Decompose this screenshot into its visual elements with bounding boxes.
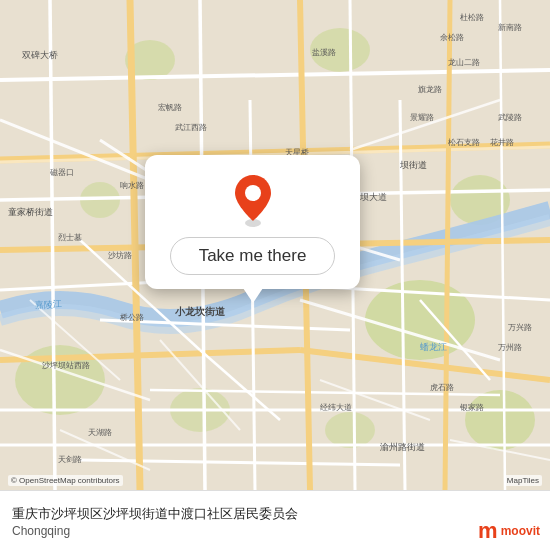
svg-text:万兴路: 万兴路 [508,323,532,332]
svg-text:银家路: 银家路 [459,403,484,412]
map-container[interactable]: 双碑大桥 武江西路 沙坪坝站西路 小龙坎街道 童家桥街道 沙坊路 汉渝路 沙中路… [0,0,550,490]
svg-text:虎石路: 虎石路 [430,383,454,392]
svg-text:嘉陵江: 嘉陵江 [35,299,62,310]
svg-text:天湖路: 天湖路 [88,428,112,437]
osm-attribution: © OpenStreetMap contributors [8,475,123,486]
svg-text:小龙坎街道: 小龙坎街道 [174,306,226,317]
svg-point-9 [325,412,375,448]
svg-text:天剑路: 天剑路 [58,455,82,464]
bottom-bar: 重庆市沙坪坝区沙坪坝街道中渡口社区居民委员会 Chongqing m moovi… [0,490,550,550]
take-me-there-button[interactable]: Take me there [170,237,336,275]
svg-point-4 [465,390,535,450]
location-city: Chongqing [12,524,538,538]
svg-text:旗龙路: 旗龙路 [418,85,442,94]
location-title: 重庆市沙坪坝区沙坪坝街道中渡口社区居民委员会 [12,505,442,523]
moovit-m-icon: m [478,520,498,542]
svg-text:龙山二路: 龙山二路 [448,58,480,67]
svg-text:桥公路: 桥公路 [119,313,144,322]
svg-text:经纬大道: 经纬大道 [320,403,352,412]
svg-text:盐溪路: 盐溪路 [312,48,336,57]
svg-text:武江西路: 武江西路 [175,123,207,132]
svg-text:花井路: 花井路 [490,138,514,147]
svg-text:坝大道: 坝大道 [359,192,387,202]
maptiles-badge: MapTiles [504,475,542,486]
svg-text:童家桥街道: 童家桥街道 [8,207,53,217]
moovit-logo: m moovit [478,520,540,542]
svg-text:宏帆路: 宏帆路 [158,103,182,112]
svg-text:景耀路: 景耀路 [410,113,434,122]
svg-text:新南路: 新南路 [498,23,522,32]
location-pin-icon [231,173,275,227]
svg-text:余松路: 余松路 [440,33,464,42]
svg-text:松石支路: 松石支路 [448,138,480,147]
svg-text:万州路: 万州路 [498,343,522,352]
svg-text:响水路: 响水路 [120,181,144,190]
svg-text:沙坪坝站西路: 沙坪坝站西路 [42,361,90,370]
svg-text:烈士墓: 烈士墓 [58,233,82,242]
popup-balloon: Take me there [145,155,360,289]
svg-text:磁器口: 磁器口 [49,168,74,177]
svg-text:沙坊路: 沙坊路 [108,251,132,260]
svg-text:坝街道: 坝街道 [399,160,427,170]
svg-text:双碑大桥: 双碑大桥 [22,50,58,60]
svg-point-87 [245,185,261,201]
svg-text:杜松路: 杜松路 [460,13,484,22]
moovit-brand-text: moovit [501,524,540,538]
svg-text:蟠龙江: 蟠龙江 [420,342,447,352]
svg-text:武陵路: 武陵路 [498,113,522,122]
svg-text:渝州路街道: 渝州路街道 [380,442,425,452]
